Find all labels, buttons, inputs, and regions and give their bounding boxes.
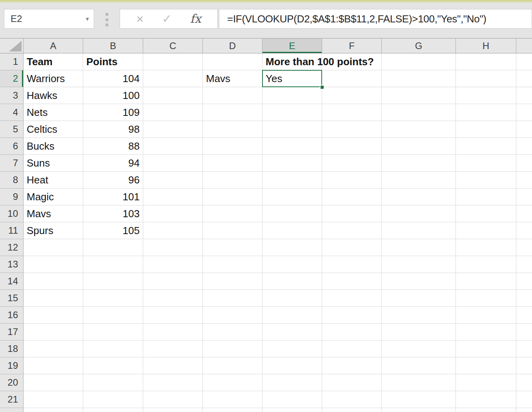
cell-G13[interactable] [382, 256, 456, 273]
cell-partial-21[interactable] [516, 391, 532, 408]
cell-D11[interactable] [203, 222, 262, 239]
cell-F7[interactable] [322, 155, 382, 172]
cell-B14[interactable] [83, 273, 143, 290]
row-header-15[interactable]: 15 [0, 290, 24, 307]
cell-G6[interactable] [382, 138, 456, 155]
cell-D4[interactable] [203, 104, 262, 121]
cell-H6[interactable] [456, 138, 516, 155]
cell-C5[interactable] [143, 121, 203, 138]
column-header-A[interactable]: A [24, 38, 83, 53]
cell-H8[interactable] [456, 172, 516, 189]
cell-F4[interactable] [322, 104, 382, 121]
cell-A20[interactable] [24, 374, 83, 391]
cell-C3[interactable] [143, 87, 203, 104]
cell-G10[interactable] [382, 205, 456, 222]
cell-D7[interactable] [203, 155, 262, 172]
cell-F13[interactable] [322, 256, 382, 273]
cell-partial-2[interactable] [516, 70, 532, 87]
cell-B20[interactable] [83, 374, 143, 391]
cell-B4[interactable]: 109 [83, 104, 143, 121]
cell-D19[interactable] [203, 357, 262, 374]
cell-H14[interactable] [456, 273, 516, 290]
row-header-4[interactable]: 4 [0, 104, 24, 121]
cell-D14[interactable] [203, 273, 262, 290]
cell-F17[interactable] [322, 324, 382, 341]
cell-A8[interactable]: Heat [24, 172, 83, 189]
cell-G14[interactable] [382, 273, 456, 290]
cell-E8[interactable] [262, 172, 322, 189]
cell-partial-20[interactable] [516, 374, 532, 391]
row-header-16[interactable]: 16 [0, 307, 24, 324]
cell-D16[interactable] [203, 307, 262, 324]
cell-G8[interactable] [382, 172, 456, 189]
cell-D12[interactable] [203, 239, 262, 256]
cell-B2[interactable]: 104 [83, 70, 143, 87]
cell-F2[interactable] [322, 70, 382, 87]
row-header-partial[interactable] [0, 408, 24, 412]
row-header-11[interactable]: 11 [0, 222, 24, 239]
cancel-icon[interactable]: × [136, 13, 144, 25]
cell-G21[interactable] [382, 391, 456, 408]
cell-partial-12[interactable] [516, 239, 532, 256]
row-header-7[interactable]: 7 [0, 155, 24, 172]
row-header-14[interactable]: 14 [0, 273, 24, 290]
column-header-E[interactable]: E [262, 38, 322, 53]
column-header-B[interactable]: B [83, 38, 143, 53]
cell-E15[interactable] [262, 290, 322, 307]
cell-B3[interactable]: 100 [83, 87, 143, 104]
insert-function-icon[interactable]: fx [190, 13, 201, 25]
cell-H19[interactable] [456, 357, 516, 374]
cell-partial-15[interactable] [516, 290, 532, 307]
cell-F14[interactable] [322, 273, 382, 290]
cell-D17[interactable] [203, 324, 262, 341]
cell-H20[interactable] [456, 374, 516, 391]
row-header-6[interactable]: 6 [0, 138, 24, 155]
cell-E17[interactable] [262, 324, 322, 341]
cell-H15[interactable] [456, 290, 516, 307]
cell-F6[interactable] [322, 138, 382, 155]
cell-D13[interactable] [203, 256, 262, 273]
cell-F9[interactable] [322, 189, 382, 205]
cell-F5[interactable] [322, 121, 382, 138]
cell-A13[interactable] [24, 256, 83, 273]
cell-H4[interactable] [456, 104, 516, 121]
cell-partial-16[interactable] [516, 307, 532, 324]
cell-C17[interactable] [143, 324, 203, 341]
cell-B7[interactable]: 94 [83, 155, 143, 172]
cell-partial-bottom[interactable] [203, 408, 262, 412]
column-header-D[interactable]: D [203, 38, 262, 53]
cell-D15[interactable] [203, 290, 262, 307]
cell-E4[interactable] [262, 104, 322, 121]
cell-H1[interactable] [456, 53, 516, 70]
cell-D9[interactable] [203, 189, 262, 205]
formula-bar-grip[interactable] [103, 13, 111, 26]
cell-partial-bottom[interactable] [456, 408, 516, 412]
cell-A16[interactable] [24, 307, 83, 324]
cell-F12[interactable] [322, 239, 382, 256]
cell-partial-6[interactable] [516, 138, 532, 155]
cell-D6[interactable] [203, 138, 262, 155]
cell-A14[interactable] [24, 273, 83, 290]
cell-A6[interactable]: Bucks [24, 138, 83, 155]
cell-A15[interactable] [24, 290, 83, 307]
cell-C7[interactable] [143, 155, 203, 172]
row-header-21[interactable]: 21 [0, 391, 24, 408]
cell-H7[interactable] [456, 155, 516, 172]
name-box[interactable]: E2 ▼ [4, 9, 94, 29]
cell-H18[interactable] [456, 341, 516, 357]
cell-E12[interactable] [262, 239, 322, 256]
cell-partial-1[interactable] [516, 53, 532, 70]
cell-E1[interactable]: More than 100 points? [262, 53, 322, 70]
cell-partial-13[interactable] [516, 256, 532, 273]
cell-H21[interactable] [456, 391, 516, 408]
cell-partial-19[interactable] [516, 357, 532, 374]
cell-G1[interactable] [382, 53, 456, 70]
cell-C6[interactable] [143, 138, 203, 155]
column-header-G[interactable]: G [382, 38, 456, 53]
cell-B9[interactable]: 101 [83, 189, 143, 205]
cell-G3[interactable] [382, 87, 456, 104]
cell-C1[interactable] [143, 53, 203, 70]
cell-partial-9[interactable] [516, 189, 532, 205]
cell-F16[interactable] [322, 307, 382, 324]
cell-A10[interactable]: Mavs [24, 205, 83, 222]
